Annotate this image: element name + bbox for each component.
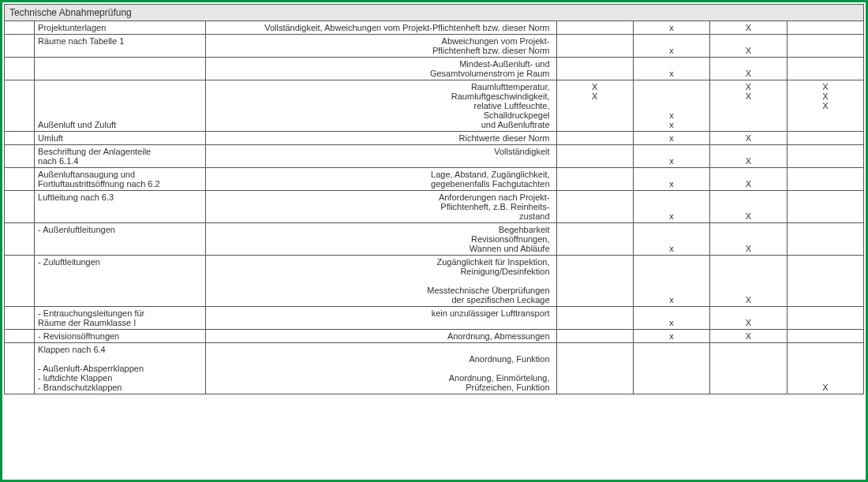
- criteria: Lage, Abstand, Zugänglichkeit,gegebenenf…: [206, 168, 556, 191]
- mark-col-2: x: [633, 58, 709, 80]
- table-row: Beschriftung der Anlagenteilenach 6.1.4V…: [5, 145, 864, 168]
- mark-col-4: [787, 330, 863, 343]
- mark-col-3: X: [710, 168, 787, 191]
- item-label: Räume nach Tabelle 1: [35, 35, 206, 58]
- mark-col-1: [556, 145, 633, 168]
- table-row: UmluftRichtwerte dieser NormxX: [5, 132, 864, 145]
- mark-col-1: [556, 330, 633, 343]
- mark-col-3: [710, 343, 787, 394]
- mark-col-4: XXX: [787, 80, 863, 132]
- criteria: Anordnung, Funktion Anordnung, Einmörtel…: [206, 343, 556, 394]
- mark-col-4: [787, 256, 863, 307]
- criteria: Mindest-Außenluft- undGesamtvolumenstrom…: [206, 58, 556, 80]
- document-frame: Technische Abnahmeprüfung Projektunterla…: [0, 0, 868, 482]
- item-label: - Zuluftleitungen: [35, 256, 206, 307]
- row-index: [5, 223, 35, 256]
- table-row: ProjektunterlagenVollständigkeit, Abweic…: [5, 21, 864, 35]
- mark-col-1: [556, 58, 633, 80]
- criteria: BegehbarkeitRevisionsöffnungen,Wannen un…: [206, 223, 556, 256]
- table-row: Luftleitung nach 6.3Anforderungen nach P…: [5, 191, 864, 223]
- row-index: [5, 132, 35, 145]
- mark-col-1: XX: [556, 80, 633, 132]
- mark-col-2: x: [633, 35, 709, 58]
- inspection-table: Technische Abnahmeprüfung Projektunterla…: [4, 4, 864, 394]
- mark-col-3: X: [710, 307, 787, 330]
- mark-col-2: x: [633, 21, 709, 35]
- table-row: - AußenluftleitungenBegehbarkeitRevision…: [5, 223, 864, 256]
- mark-col-4: X: [787, 343, 863, 394]
- mark-col-4: [787, 307, 863, 330]
- item-label: Beschriftung der Anlagenteilenach 6.1.4: [35, 145, 206, 168]
- row-index: [5, 58, 35, 80]
- mark-col-3: X: [710, 58, 787, 80]
- item-label: - Entrauchungsleitungen für Räume der Ra…: [35, 307, 206, 330]
- mark-col-2: x: [633, 256, 709, 307]
- mark-col-4: [787, 21, 863, 35]
- mark-col-1: [556, 223, 633, 256]
- mark-col-1: [556, 191, 633, 223]
- mark-col-1: [556, 256, 633, 307]
- mark-col-1: [556, 21, 633, 35]
- item-label: Luftleitung nach 6.3: [35, 191, 206, 223]
- table-row: - Entrauchungsleitungen für Räume der Ra…: [5, 307, 864, 330]
- table-row: Räume nach Tabelle 1Abweichungen vom Pro…: [5, 35, 864, 58]
- criteria: Anordnung, Abmessungen: [206, 330, 556, 343]
- mark-col-2: x: [633, 168, 709, 191]
- row-index: [5, 145, 35, 168]
- mark-col-2: x: [633, 330, 709, 343]
- table-row: Klappen nach 6.4 - Außenluft-Absperrklap…: [5, 343, 864, 394]
- mark-col-3: X: [710, 35, 787, 58]
- row-index: [5, 343, 35, 394]
- mark-col-3: X: [710, 330, 787, 343]
- table-row: Mindest-Außenluft- undGesamtvolumenstrom…: [5, 58, 864, 80]
- mark-col-2: x: [633, 191, 709, 223]
- mark-col-4: [787, 191, 863, 223]
- section-title: Technische Abnahmeprüfung: [5, 5, 864, 21]
- mark-col-2: x: [633, 132, 709, 145]
- mark-col-2: xx: [633, 80, 709, 132]
- mark-col-4: [787, 168, 863, 191]
- table-row: Außenluftansaugung undFortluftaustrittsö…: [5, 168, 864, 191]
- mark-col-1: [556, 168, 633, 191]
- mark-col-2: x: [633, 223, 709, 256]
- criteria: Zugänglichkeit für Inspektion,Reinigung/…: [206, 256, 556, 307]
- mark-col-3: X: [710, 132, 787, 145]
- mark-col-2: x: [633, 145, 709, 168]
- row-index: [5, 21, 35, 35]
- item-label: Außenluftansaugung undFortluftaustrittsö…: [35, 168, 206, 191]
- criteria: Abweichungen vom Projekt-Pflichtenheft b…: [206, 35, 556, 58]
- row-index: [5, 191, 35, 223]
- item-label: Klappen nach 6.4 - Außenluft-Absperrklap…: [35, 343, 206, 394]
- criteria: Vollständigkeit: [206, 145, 556, 168]
- mark-col-3: X: [710, 223, 787, 256]
- row-index: [5, 80, 35, 132]
- criteria: Richtwerte dieser Norm: [206, 132, 556, 145]
- item-label: Außenluft und Zuluft: [35, 80, 206, 132]
- mark-col-3: X: [710, 191, 787, 223]
- criteria: Anforderungen nach Projekt-Pflichtenheft…: [206, 191, 556, 223]
- table-row: - ZuluftleitungenZugänglichkeit für Insp…: [5, 256, 864, 307]
- mark-col-3: X: [710, 21, 787, 35]
- item-label: [35, 58, 206, 80]
- table-row: - RevisionsöffnungenAnordnung, Abmessung…: [5, 330, 864, 343]
- mark-col-1: [556, 307, 633, 330]
- row-index: [5, 168, 35, 191]
- mark-col-3: X: [710, 145, 787, 168]
- row-index: [5, 256, 35, 307]
- mark-col-1: [556, 132, 633, 145]
- row-index: [5, 330, 35, 343]
- mark-col-3: XX: [710, 80, 787, 132]
- mark-col-2: [633, 343, 709, 394]
- mark-col-2: x: [633, 307, 709, 330]
- mark-col-3: X: [710, 256, 787, 307]
- mark-col-1: [556, 35, 633, 58]
- row-index: [5, 307, 35, 330]
- item-label: - Außenluftleitungen: [35, 223, 206, 256]
- mark-col-4: [787, 223, 863, 256]
- mark-col-1: [556, 343, 633, 394]
- item-label: Umluft: [35, 132, 206, 145]
- criteria: Vollständigkeit, Abweichungen vom Projek…: [206, 21, 556, 35]
- mark-col-4: [787, 35, 863, 58]
- mark-col-4: [787, 132, 863, 145]
- item-label: Projektunterlagen: [35, 21, 206, 35]
